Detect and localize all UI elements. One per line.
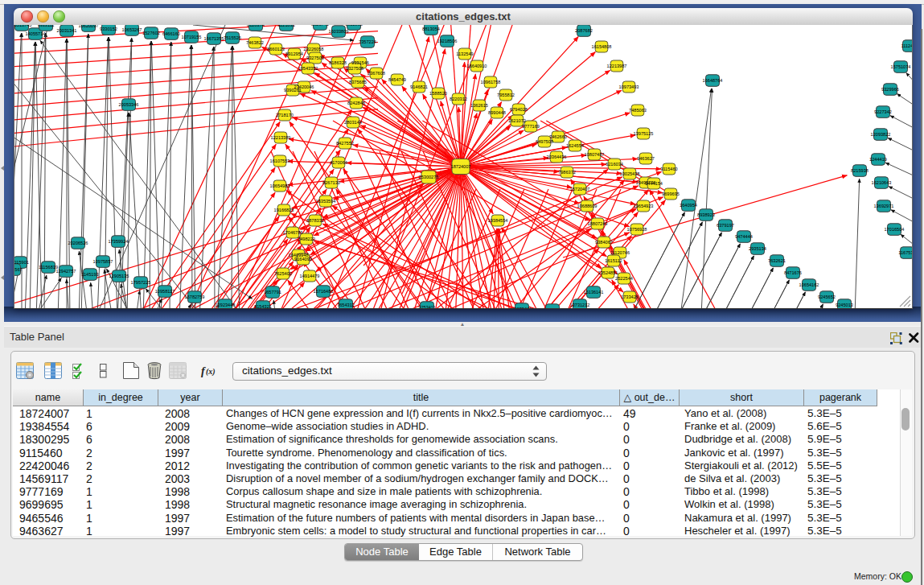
svg-text:17016504: 17016504 bbox=[885, 227, 905, 232]
svg-text:6379197: 6379197 bbox=[717, 223, 734, 228]
svg-text:8878332: 8878332 bbox=[306, 218, 324, 223]
svg-text:8186328: 8186328 bbox=[329, 60, 347, 65]
svg-text:9327509: 9327509 bbox=[306, 56, 324, 60]
svg-text:19166825: 19166825 bbox=[274, 208, 294, 212]
svg-text:11815331: 11815331 bbox=[543, 307, 562, 308]
svg-text:10975857: 10975857 bbox=[93, 259, 113, 264]
svg-text:10961758: 10961758 bbox=[481, 80, 501, 84]
svg-text:9329966: 9329966 bbox=[881, 87, 899, 92]
svg-text:9777169: 9777169 bbox=[522, 124, 540, 129]
svg-text:1244419: 1244419 bbox=[869, 157, 887, 162]
svg-text:8242848: 8242848 bbox=[347, 101, 365, 105]
svg-text:10756928: 10756928 bbox=[627, 227, 647, 232]
svg-text:7654312: 7654312 bbox=[337, 303, 355, 307]
svg-text:19218506: 19218506 bbox=[437, 39, 458, 43]
svg-text:23226058: 23226058 bbox=[304, 47, 324, 51]
svg-text:9146821: 9146821 bbox=[410, 84, 428, 89]
svg-text:13692971: 13692971 bbox=[874, 204, 894, 208]
svg-text:16033809: 16033809 bbox=[329, 29, 349, 34]
svg-text:9912833: 9912833 bbox=[345, 25, 363, 27]
svg-text:1733426: 1733426 bbox=[621, 295, 639, 299]
svg-text:7485063: 7485063 bbox=[629, 108, 647, 113]
svg-text:15751074: 15751074 bbox=[891, 64, 911, 69]
svg-text:10719155: 10719155 bbox=[182, 35, 202, 39]
svg-text:1167533: 1167533 bbox=[898, 250, 912, 255]
svg-text:7986372: 7986372 bbox=[558, 170, 576, 175]
svg-text:9330152: 9330152 bbox=[100, 27, 117, 31]
svg-text:19654923: 19654923 bbox=[634, 204, 654, 208]
svg-text:8154321: 8154321 bbox=[254, 304, 272, 308]
svg-text:8128374: 8128374 bbox=[247, 25, 265, 27]
svg-text:8938923: 8938923 bbox=[697, 212, 715, 217]
svg-text:9390261: 9390261 bbox=[284, 88, 302, 93]
svg-text:1624554: 1624554 bbox=[566, 143, 584, 148]
svg-text:7955812: 7955812 bbox=[497, 93, 515, 97]
svg-text:16671355: 16671355 bbox=[204, 36, 224, 41]
svg-text:10688609: 10688609 bbox=[577, 204, 598, 208]
svg-text:8471676: 8471676 bbox=[784, 270, 802, 275]
svg-text:8990448: 8990448 bbox=[488, 110, 506, 115]
svg-text:10620097: 10620097 bbox=[79, 25, 99, 28]
svg-text:12213389: 12213389 bbox=[271, 135, 291, 140]
svg-text:6794028: 6794028 bbox=[510, 107, 528, 112]
svg-text:12213987: 12213987 bbox=[607, 64, 627, 68]
svg-text:18724007: 18724007 bbox=[451, 164, 471, 169]
svg-text:20513745: 20513745 bbox=[14, 25, 31, 27]
svg-text:25300275: 25300275 bbox=[419, 175, 439, 179]
svg-text:9474444: 9474444 bbox=[735, 234, 753, 239]
svg-text:14914479: 14914479 bbox=[300, 274, 320, 278]
svg-text:8220312: 8220312 bbox=[450, 97, 467, 101]
svg-text:16782759: 16782759 bbox=[185, 295, 205, 299]
svg-text:1362615: 1362615 bbox=[470, 103, 488, 108]
svg-text:2522544: 2522544 bbox=[615, 276, 633, 281]
svg-text:9384067: 9384067 bbox=[595, 240, 613, 245]
svg-text:1527602: 1527602 bbox=[142, 31, 160, 35]
svg-text:2087682: 2087682 bbox=[575, 28, 593, 33]
svg-text:3911567: 3911567 bbox=[14, 267, 23, 272]
svg-text:8215938: 8215938 bbox=[851, 168, 869, 173]
svg-text:2803144: 2803144 bbox=[344, 120, 362, 125]
svg-text:12905135: 12905135 bbox=[109, 274, 129, 278]
svg-text:2935134: 2935134 bbox=[749, 246, 766, 251]
svg-text:8660123: 8660123 bbox=[267, 47, 285, 51]
svg-text:9327508: 9327508 bbox=[346, 66, 363, 71]
svg-text:11239441: 11239441 bbox=[512, 307, 532, 308]
svg-text:9657791: 9657791 bbox=[264, 290, 281, 295]
svg-text:15136141: 15136141 bbox=[584, 290, 604, 295]
svg-text:6497508: 6497508 bbox=[536, 139, 553, 144]
svg-text:10543352: 10543352 bbox=[298, 66, 318, 71]
svg-text:8267130: 8267130 bbox=[322, 180, 340, 185]
svg-text:10958117: 10958117 bbox=[155, 289, 175, 294]
svg-text:11156819: 11156819 bbox=[39, 265, 58, 270]
svg-text:4170064: 4170064 bbox=[330, 160, 347, 165]
svg-text:6466160: 6466160 bbox=[162, 31, 180, 36]
svg-text:12942757: 12942757 bbox=[56, 269, 76, 274]
svg-text:6216034: 6216034 bbox=[606, 162, 623, 167]
svg-text:18807249: 18807249 bbox=[588, 221, 608, 226]
svg-text:20206526: 20206526 bbox=[68, 241, 88, 245]
svg-text:8454749: 8454749 bbox=[388, 77, 406, 82]
svg-text:1640954: 1640954 bbox=[680, 203, 697, 208]
svg-text:8813054: 8813054 bbox=[422, 27, 440, 31]
svg-text:12093822: 12093822 bbox=[871, 132, 891, 137]
svg-text:2367608: 2367608 bbox=[368, 71, 385, 76]
svg-text:7463822: 7463822 bbox=[246, 40, 264, 45]
svg-text:9245652: 9245652 bbox=[818, 295, 836, 299]
svg-text:10654162: 10654162 bbox=[799, 282, 819, 287]
svg-text:9463627: 9463627 bbox=[637, 156, 655, 161]
svg-text:7515526: 7515526 bbox=[224, 35, 241, 40]
svg-text:12923448: 12923448 bbox=[216, 303, 236, 307]
svg-text:7625402: 7625402 bbox=[274, 271, 292, 276]
svg-text:8375685: 8375685 bbox=[349, 80, 367, 84]
svg-text:16648764: 16648764 bbox=[703, 78, 723, 83]
svg-text:(x): (x) bbox=[206, 367, 216, 377]
svg-text:10973493: 10973493 bbox=[619, 84, 639, 89]
svg-text:1615112: 1615112 bbox=[605, 258, 622, 263]
svg-text:8427552: 8427552 bbox=[336, 141, 354, 146]
svg-text:1621072: 1621072 bbox=[508, 118, 526, 123]
svg-text:7462660: 7462660 bbox=[549, 134, 567, 139]
svg-text:16107553: 16107553 bbox=[270, 159, 290, 163]
svg-text:10025438: 10025438 bbox=[620, 171, 640, 176]
svg-text:16154808: 16154808 bbox=[592, 44, 612, 49]
svg-text:13731212: 13731212 bbox=[570, 303, 590, 307]
